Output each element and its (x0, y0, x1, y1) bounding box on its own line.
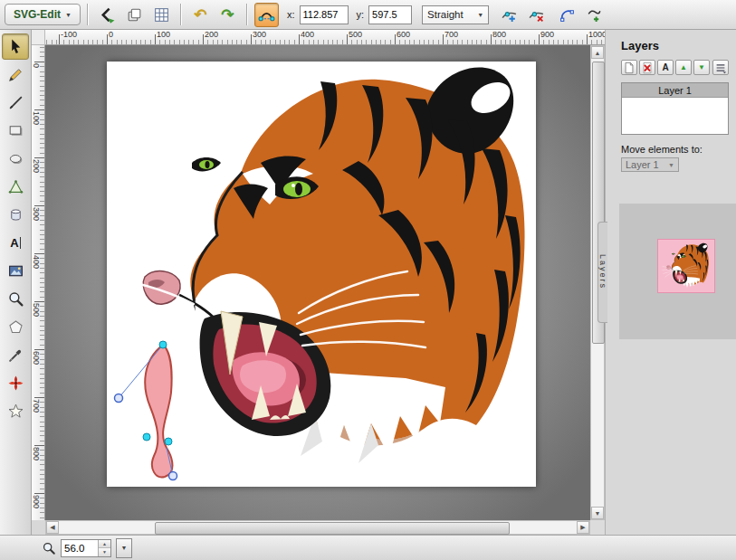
spinner-up-icon: ▲ (102, 541, 107, 546)
pencil-tool[interactable] (2, 62, 29, 88)
artboard[interactable] (107, 62, 536, 487)
separator (246, 4, 248, 25)
control-handle[interactable] (115, 394, 123, 403)
y-label: y: (357, 9, 365, 20)
path-node[interactable] (159, 341, 167, 348)
zoom-magnifier-icon (42, 541, 56, 555)
horizontal-scroll-thumb[interactable] (155, 522, 510, 535)
ruler-label: 600 (397, 30, 410, 39)
delete-node-button[interactable] (524, 3, 549, 27)
scroll-right-button[interactable]: ▶ (577, 521, 589, 534)
eyedropper-tool[interactable] (2, 342, 29, 368)
move-to-layer-value: Layer 1 (626, 159, 659, 170)
rename-layer-button[interactable]: A (657, 60, 674, 75)
clone-node-icon (501, 6, 518, 24)
red-ornament-icon (7, 375, 24, 392)
ellipse-icon (7, 150, 24, 167)
logo-label: SVG-Edit (14, 8, 61, 21)
layer-up-icon: ▲ (680, 63, 687, 71)
control-handle[interactable] (169, 472, 177, 480)
selected-image-thumbnail[interactable] (657, 239, 715, 293)
horizontal-scrollbar[interactable]: ◀ ▶ (45, 520, 590, 535)
line-tool[interactable] (2, 90, 29, 116)
segment-type-select[interactable]: Straight ▼ (422, 5, 489, 24)
scroll-left-button[interactable]: ◀ (46, 521, 59, 534)
ellipse-tool[interactable] (2, 146, 29, 172)
layer-buttons-row: A ▲ ▼ (621, 60, 729, 75)
zoom-decrease-button[interactable]: ▼ (99, 548, 110, 556)
text-cursor-icon (20, 237, 21, 249)
delete-layer-button[interactable] (639, 60, 655, 75)
move-layer-down-button[interactable]: ▼ (693, 60, 710, 75)
layers-panel-handle[interactable]: Layers (597, 222, 607, 323)
rect-tool[interactable] (2, 118, 29, 144)
select-tool[interactable] (2, 33, 29, 60)
layer-options-button[interactable] (712, 60, 729, 75)
scroll-up-button[interactable]: ▲ (591, 46, 604, 59)
scroll-left-icon: ◀ (50, 524, 54, 531)
layer-preview-area (619, 204, 736, 339)
path-triangle-icon (7, 178, 24, 195)
canvas-workarea[interactable] (45, 45, 590, 520)
eyedropper-icon (7, 346, 24, 364)
caret-down-icon: ▼ (65, 12, 72, 18)
select-arrow-icon (7, 38, 24, 55)
zoom-increase-button[interactable]: ▲ (99, 540, 110, 549)
ruler-label: 700 (444, 30, 458, 39)
caret-down-icon: ▼ (477, 12, 483, 18)
zoom-tool[interactable] (2, 286, 29, 312)
ruler-label: 100 (157, 30, 170, 39)
link-control-points-toggle[interactable] (254, 3, 279, 27)
ruler-label: 800 (492, 30, 506, 39)
shape-library-tool[interactable] (2, 202, 29, 228)
zoom-input[interactable] (62, 540, 98, 556)
ruler-label: 300 (253, 30, 266, 39)
main-menu-button[interactable]: SVG-Edit ▼ (5, 4, 81, 25)
polygon-tool[interactable] (2, 314, 29, 340)
ruler-label: 900 (540, 30, 554, 39)
ruler-label: 400 (301, 30, 314, 39)
link-control-points-icon (258, 6, 275, 24)
ruler-label: 300 (32, 207, 41, 221)
scroll-down-icon: ▼ (595, 510, 601, 517)
zoom-preset-dropdown[interactable]: ▼ (116, 538, 132, 558)
clone-node-button[interactable] (497, 3, 521, 27)
caret-down-icon: ▼ (668, 162, 674, 168)
path-node[interactable] (143, 433, 150, 441)
grid-toggle-button[interactable] (149, 3, 174, 27)
add-subpath-button[interactable] (582, 3, 607, 27)
ruler-label: 0 (32, 63, 41, 68)
x-input[interactable] (300, 5, 349, 24)
path-tool[interactable] (2, 174, 29, 200)
path-node[interactable] (165, 438, 172, 445)
scroll-down-button[interactable]: ▼ (591, 507, 604, 519)
clipart-library-tool[interactable] (2, 370, 29, 396)
ruler-label: 500 (349, 30, 362, 39)
delete-layer-icon (641, 62, 654, 74)
star-tool[interactable] (2, 398, 29, 424)
tiger-drawing (107, 62, 536, 487)
segment-type-value: Straight (427, 9, 464, 20)
text-tool[interactable]: A (2, 230, 29, 256)
ruler-label: 600 (32, 351, 41, 365)
open-path-button[interactable] (555, 3, 579, 27)
move-layer-up-button[interactable]: ▲ (675, 60, 692, 75)
tiger-artwork (107, 68, 525, 470)
ruler-label: 200 (32, 159, 41, 173)
ruler-label: 1000 (588, 30, 605, 39)
clone-button[interactable] (122, 3, 147, 27)
layer-row-selected[interactable]: Layer 1 (622, 83, 728, 98)
redo-icon: ↷ (221, 7, 234, 23)
new-layer-button[interactable] (621, 60, 637, 75)
rectangle-icon (7, 122, 24, 139)
redo-button[interactable]: ↷ (215, 3, 240, 27)
ruler-label: 800 (32, 447, 41, 460)
move-to-layer-select[interactable]: Layer 1 ▼ (621, 157, 679, 172)
back-chevron-button[interactable] (95, 3, 119, 27)
image-tool[interactable] (2, 258, 29, 284)
ruler-label: 400 (32, 255, 41, 269)
svg-edit-app: SVG-Edit ▼ ↶ ↷ (0, 0, 736, 560)
y-input[interactable] (368, 5, 412, 24)
layers-title: Layers (621, 39, 736, 52)
undo-button[interactable]: ↶ (188, 3, 213, 27)
